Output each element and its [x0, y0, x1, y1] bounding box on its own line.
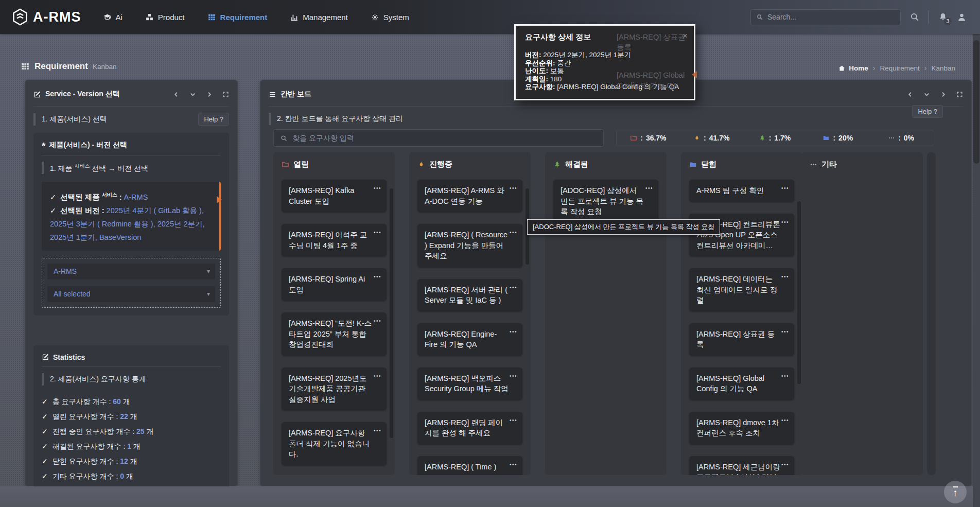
- status-percentages-bar: :36.7% :41.7% :1.7% :20% :0%: [616, 130, 933, 146]
- chevron-left-icon[interactable]: [173, 91, 180, 98]
- nav-item-label: Ai: [116, 13, 122, 22]
- column-header: 진행중: [409, 152, 531, 169]
- chevron-right-icon[interactable]: [206, 91, 213, 98]
- kanban-step-label: 2. 칸반 보드를 통해 요구사항 상태 관리: [277, 114, 403, 124]
- board-scrollbar[interactable]: [927, 152, 936, 475]
- card-menu-icon[interactable]: •••: [374, 316, 381, 327]
- card-menu-icon[interactable]: •••: [374, 228, 381, 238]
- kanban-card[interactable]: [ARMS-REQ] 이석주 교수님 미팅 4월 1주 중•••: [282, 224, 387, 256]
- kanban-card[interactable]: [ARMS-REQ] Kafka Cluster 도입•••: [282, 180, 387, 212]
- kanban-card[interactable]: [ARMS-REQ] 서버 관리 ( Server 모듈 및 IaC 등 )••…: [417, 279, 522, 311]
- card-menu-icon[interactable]: •••: [510, 183, 517, 194]
- check-icon: ✓: [50, 193, 56, 201]
- kanban-card[interactable]: [ARMS-REQ] ( Resource ) Expand 기능을 만들어 주…: [417, 224, 522, 267]
- expand-icon[interactable]: [222, 91, 229, 98]
- card-menu-icon[interactable]: •••: [510, 228, 517, 238]
- kanban-column-closed: 닫힘 A-RMS 팀 구성 확인••• [ARMS-REQ] 컨트리뷰톤 202…: [681, 152, 802, 475]
- expand-icon[interactable]: [956, 91, 963, 98]
- kanban-card[interactable]: [ARMS-REQ] 요구사항 폴더 삭제 기능이 없습니다.•••: [282, 422, 387, 465]
- breadcrumb-separator: ›: [924, 64, 927, 72]
- kanban-column-resolved: 해결됨 [ADOC-REQ] 삼성에서 만든 프로젝트 뷰 기능 목록 작성 요…: [545, 152, 667, 475]
- kanban-card[interactable]: [ADOC-REQ] 삼성에서 만든 프로젝트 뷰 기능 목록 작성 요청•••: [553, 180, 658, 223]
- kanban-card[interactable]: [ARMS-REQ] 랜딩 페이지를 완성 해 주세요•••: [417, 412, 522, 444]
- list-icon: [269, 91, 276, 98]
- product-select[interactable]: A-RMS ▾: [47, 264, 215, 279]
- kanban-column-in-progress: 진행중 [ARMS-REQ] A-RMS 와 A-DOC 연동 기능••• [A…: [409, 152, 531, 475]
- card-menu-icon[interactable]: •••: [781, 183, 789, 194]
- bar-chart-icon: [290, 13, 299, 22]
- folder-icon: [689, 161, 697, 168]
- card-menu-icon[interactable]: •••: [645, 183, 653, 194]
- kanban-column-etc: 기타: [801, 152, 923, 475]
- kanban-card[interactable]: [ARMS-REQ] Spring Ai 도입•••: [282, 268, 387, 301]
- nav-item-ai[interactable]: Ai: [103, 13, 122, 22]
- chevron-right-icon[interactable]: [940, 91, 947, 98]
- chevron-down-icon[interactable]: [923, 91, 930, 98]
- card-menu-icon[interactable]: •••: [374, 272, 381, 283]
- nav-item-management[interactable]: Management: [290, 13, 348, 22]
- kanban-card[interactable]: [ARMS-REQ] 2025년도 기술개발제품 공공기관 실증지원 사업•••: [282, 368, 387, 411]
- card-menu-icon[interactable]: •••: [510, 460, 517, 470]
- card-menu-icon[interactable]: •••: [781, 272, 789, 283]
- nav-item-requirement[interactable]: Requirement: [207, 13, 268, 22]
- kanban-card[interactable]: A-RMS 팀 구성 확인•••: [689, 180, 794, 202]
- kanban-card[interactable]: [ARMS-REQ] 백오피스 Security Group 메뉴 작업•••: [417, 368, 522, 400]
- section-title-row: * 제품(서비스) - 버전 선택: [42, 141, 221, 150]
- user-profile-icon[interactable]: [957, 12, 967, 22]
- breadcrumb-kanban[interactable]: Kanban: [931, 64, 955, 72]
- pencil-square-icon: [42, 353, 49, 361]
- card-menu-icon[interactable]: •••: [374, 371, 381, 382]
- percent-open: :36.7%: [617, 134, 680, 142]
- kanban-card[interactable]: [ARMS-REQ] A-RMS 와 A-DOC 연동 기능•••: [417, 180, 522, 212]
- kanban-card[interactable]: [ARMS-REQ] 데이터는 최신 업데이트 일자로 정렬•••: [689, 268, 794, 311]
- version-select[interactable]: All selected ▾: [47, 286, 215, 302]
- window-scrollbar[interactable]: [973, 34, 980, 507]
- nav-item-system[interactable]: System: [371, 13, 409, 22]
- scroll-to-top-button[interactable]: ↑: [944, 481, 967, 503]
- selected-version-line: ✓선택된 버전 : 2025년 4분기 ( GitLab 활용 ), 2025년…: [50, 204, 211, 244]
- kanban-card[interactable]: [ARMS-REQ] ( Time )•••: [417, 456, 522, 476]
- card-menu-icon[interactable]: •••: [374, 426, 381, 436]
- card-menu-icon[interactable]: •••: [510, 415, 517, 426]
- kanban-card[interactable]: [ARMS-REQ] “도전! K-스타트업 2025” 부처 통합 창업경진대…: [282, 312, 387, 356]
- search-submit-icon[interactable]: [909, 12, 920, 22]
- kanban-card[interactable]: [ARMS-REQ] 상표권 등록•••: [689, 323, 794, 356]
- card-menu-icon[interactable]: •••: [510, 371, 517, 382]
- logo-hexagon-icon: [12, 8, 28, 26]
- chevron-left-icon[interactable]: [907, 91, 914, 98]
- card-menu-icon[interactable]: •••: [781, 217, 789, 228]
- global-search-input[interactable]: [767, 13, 895, 21]
- close-icon[interactable]: ×: [682, 31, 688, 41]
- card-menu-icon[interactable]: •••: [781, 460, 789, 470]
- selector-group: A-RMS ▾ All selected ▾: [42, 258, 221, 308]
- check-icon: ✓: [42, 472, 48, 480]
- help-button[interactable]: Help ?: [912, 105, 943, 118]
- card-menu-icon[interactable]: •••: [510, 283, 517, 293]
- breadcrumb-home[interactable]: Home: [838, 64, 868, 72]
- chevron-down-icon[interactable]: [189, 91, 196, 98]
- kanban-card[interactable]: [ARMS-REQ] 세근님이랑 프로젝트뷰 ( 삼성 ) 리뷰•••: [689, 456, 794, 476]
- home-icon: [838, 64, 846, 72]
- kanban-column-open: 열림 [ARMS-REQ] Kafka Cluster 도입••• [ARMS-…: [273, 152, 395, 475]
- card-menu-icon[interactable]: •••: [374, 183, 381, 194]
- requirement-search-input[interactable]: [292, 134, 597, 142]
- kanban-card[interactable]: [ARMS-REQ] Global Config 의 기능 QA•••: [689, 368, 794, 400]
- column-scrollbar[interactable]: [797, 201, 801, 384]
- stat-resolved: ✓해결된 요구사항 개수 : 1 개: [42, 442, 221, 451]
- kanban-card[interactable]: [ARMS-REQ] dmove 1차 컨퍼런스 후속 조치•••: [689, 412, 794, 444]
- card-menu-icon[interactable]: •••: [781, 415, 789, 426]
- window-scrollbar-thumb[interactable]: [973, 40, 979, 164]
- app-logo[interactable]: A-RMS: [12, 8, 81, 26]
- kanban-card[interactable]: [ARMS-REQ] Engine-Fire 의 기능 QA•••: [417, 323, 522, 356]
- card-menu-icon[interactable]: •••: [781, 371, 789, 382]
- breadcrumb-requirement[interactable]: Requirement: [880, 64, 919, 72]
- card-menu-icon[interactable]: •••: [781, 327, 789, 338]
- column-scrollbar[interactable]: [390, 188, 393, 438]
- notifications-bell-icon[interactable]: 3: [938, 12, 948, 22]
- nav-item-product[interactable]: Product: [145, 13, 185, 22]
- card-menu-icon[interactable]: •••: [510, 327, 517, 338]
- help-button[interactable]: Help ?: [198, 113, 229, 126]
- accent-bar: [269, 113, 271, 125]
- divider: [33, 106, 229, 107]
- navbar: A-RMS Ai Product: [0, 0, 980, 34]
